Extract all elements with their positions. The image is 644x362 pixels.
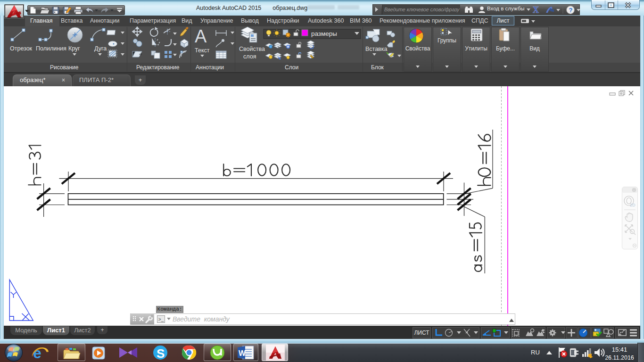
- svg-text:размеры: размеры: [311, 30, 337, 37]
- svg-text:слоя: слоя: [243, 53, 256, 60]
- svg-text:Свойства: Свойства: [239, 46, 265, 52]
- svg-text:Текст: Текст: [195, 47, 210, 54]
- svg-text:e: e: [33, 345, 41, 362]
- svg-text:X: X: [533, 5, 539, 15]
- svg-text:2D: 2D: [630, 203, 636, 207]
- svg-text:Дуга: Дуга: [94, 45, 107, 52]
- svg-text:?: ?: [569, 7, 573, 14]
- svg-text:A: A: [195, 26, 207, 46]
- svg-text:Вставка: Вставка: [365, 46, 388, 52]
- svg-text:Полилиния: Полилиния: [36, 45, 66, 52]
- svg-text:Отрезок: Отрезок: [10, 45, 33, 52]
- svg-text:Круг: Круг: [68, 45, 80, 52]
- svg-text:W: W: [239, 349, 246, 357]
- svg-text:S: S: [157, 346, 165, 361]
